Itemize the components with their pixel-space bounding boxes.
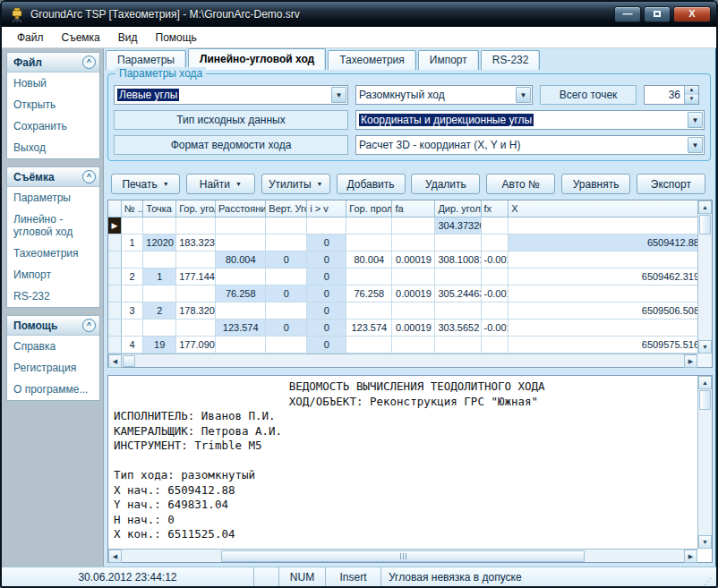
grid-cell[interactable]: [509, 319, 703, 336]
grid-cell[interactable]: [121, 217, 143, 234]
grid-cell[interactable]: [176, 251, 216, 268]
grid-cell[interactable]: 0: [307, 319, 346, 336]
grid-cell[interactable]: [509, 217, 703, 234]
grid-column-header-0[interactable]: № ...: [121, 200, 143, 217]
grid-cell[interactable]: -0.001: [481, 251, 509, 268]
sidebar-item-1-4[interactable]: RS-232: [7, 285, 99, 307]
grid-cell[interactable]: [176, 217, 216, 234]
toolbar-button-4[interactable]: Удалить: [411, 174, 480, 194]
report-format-combobox[interactable]: Расчет 3D - координат (X, Y и H) ▼: [355, 135, 705, 155]
grid-cell[interactable]: [143, 285, 176, 302]
grid-cell[interactable]: 183.3231: [176, 234, 216, 251]
sidebar-item-1-2[interactable]: Тахеометрия: [7, 243, 99, 264]
grid-cell[interactable]: 4: [121, 336, 143, 353]
grid-cell[interactable]: 0: [307, 234, 346, 251]
grid-column-header-9[interactable]: fx: [481, 200, 509, 217]
grid-cell[interactable]: 0: [266, 319, 307, 336]
grid-cell[interactable]: 0: [266, 251, 307, 268]
grid-cell[interactable]: [216, 268, 266, 285]
report-vertical-scrollbar[interactable]: ▲ ▼: [697, 376, 712, 549]
grid-cell[interactable]: 0.00019: [392, 285, 435, 302]
grid-cell[interactable]: [392, 302, 435, 319]
grid-cell[interactable]: [307, 217, 346, 234]
grid-cell[interactable]: [481, 217, 509, 234]
grid-column-header-1[interactable]: Точка: [143, 200, 176, 217]
grid-cell[interactable]: 6509462.319: [509, 268, 703, 285]
grid-column-header-5[interactable]: i > v: [307, 200, 346, 217]
table-row[interactable]: 80.0040080.0040.00019308.10081-0.001: [108, 251, 703, 268]
grid-cell[interactable]: 19: [143, 336, 176, 353]
row-selector-cell[interactable]: [108, 234, 121, 251]
title-bar[interactable]: GroundArc TSP [Тахеометрия] - M:\GrounAr…: [2, 2, 716, 27]
scroll-up-icon[interactable]: ▲: [698, 200, 712, 214]
grid-cell[interactable]: 76.258: [216, 285, 266, 302]
menu-item-3[interactable]: Помощь: [148, 29, 205, 47]
grid-cell[interactable]: [176, 285, 216, 302]
spin-up-icon[interactable]: ▲: [685, 86, 698, 95]
grid-cell[interactable]: [481, 234, 509, 251]
tab-3[interactable]: Импорт: [418, 50, 479, 70]
close-button[interactable]: X: [673, 6, 711, 22]
table-row[interactable]: 21177.1445506509462.319: [108, 268, 703, 285]
toolbar-button-0[interactable]: Печать▼: [111, 174, 180, 194]
grid-cell[interactable]: [266, 234, 307, 251]
grid-cell[interactable]: -0.001: [481, 319, 509, 336]
grid-cell[interactable]: 1: [121, 234, 143, 251]
scroll-up-icon[interactable]: ▲: [698, 376, 712, 389]
row-selector-cell[interactable]: [108, 285, 121, 302]
spin-down-icon[interactable]: ▼: [685, 95, 698, 104]
grid-cell[interactable]: [143, 319, 176, 336]
toolbar-button-7[interactable]: Экспорт: [637, 174, 705, 194]
grid-cell[interactable]: 76.258: [346, 285, 392, 302]
scrollbar-thumb[interactable]: [699, 215, 711, 234]
grid-cell[interactable]: [392, 234, 435, 251]
grid-cell[interactable]: 6509506.508: [509, 302, 703, 319]
grid-cell[interactable]: [143, 251, 176, 268]
table-row[interactable]: ▶304.37326: [108, 217, 703, 234]
table-row[interactable]: 32178.3205606509506.508: [108, 302, 703, 319]
row-selector-cell[interactable]: [108, 268, 121, 285]
grid-cell[interactable]: 304.37326: [435, 217, 481, 234]
grid-cell[interactable]: 123.574: [216, 319, 266, 336]
grid-column-header-4[interactable]: Верт. Угол: [266, 200, 307, 217]
toolbar-button-1[interactable]: Найти▼: [186, 174, 255, 194]
sidebar-item-1-3[interactable]: Импорт: [7, 264, 99, 285]
angles-type-combobox[interactable]: Левые углы ▼: [114, 85, 348, 105]
sidebar-item-0-3[interactable]: Выход: [7, 137, 99, 158]
sidebar-group-header-0[interactable]: Файл^: [7, 53, 99, 72]
grid-column-header-7[interactable]: fa: [392, 200, 435, 217]
minimize-button[interactable]: —: [614, 6, 641, 22]
chevron-down-icon[interactable]: ▼: [331, 87, 346, 103]
toolbar-button-5[interactable]: Авто №: [486, 174, 555, 194]
grid-cell[interactable]: [216, 302, 266, 319]
menu-item-1[interactable]: Съемка: [54, 29, 108, 47]
grid-cell[interactable]: 2: [143, 302, 176, 319]
grid-cell[interactable]: [392, 268, 435, 285]
sidebar-item-1-1[interactable]: Линейно - угловой ход: [7, 209, 99, 243]
row-selector-cell[interactable]: [108, 302, 121, 319]
grid-cell[interactable]: 3: [121, 302, 143, 319]
grid-cell[interactable]: [435, 268, 481, 285]
grid-cell[interactable]: 305.24463: [435, 285, 481, 302]
traverse-type-combobox[interactable]: Разомкнутый ход ▼: [355, 85, 533, 105]
grid-cell[interactable]: 0: [307, 302, 346, 319]
scrollbar-thumb[interactable]: [221, 550, 585, 562]
grid-column-header-2[interactable]: Гор. угол: [176, 200, 216, 217]
grid-cell[interactable]: [176, 319, 216, 336]
sidebar-group-header-2[interactable]: Помощь^: [7, 316, 99, 336]
chevron-down-icon[interactable]: ▼: [688, 137, 703, 153]
sidebar-item-2-2[interactable]: О программе...: [7, 379, 99, 400]
table-row[interactable]: 419177.0902206509575.516: [108, 336, 703, 353]
report-textarea[interactable]: ВЕДОМОСТЬ ВЫЧИСЛЕНИЯ ТЕОДОЛИТНОГО ХОДА Х…: [107, 375, 713, 563]
grid-cell[interactable]: 12020: [143, 234, 176, 251]
grid-cell[interactable]: [216, 217, 266, 234]
menu-item-0[interactable]: Файл: [9, 29, 52, 47]
grid-cell[interactable]: [346, 217, 392, 234]
collapse-chevron-icon[interactable]: ^: [82, 319, 96, 332]
grid-cell[interactable]: [121, 319, 143, 336]
sidebar-item-1-0[interactable]: Параметры: [7, 187, 99, 209]
grid-cell[interactable]: [266, 268, 307, 285]
grid-cell[interactable]: [509, 251, 703, 268]
grid-cell[interactable]: [266, 302, 307, 319]
menu-item-2[interactable]: Вид: [110, 29, 146, 47]
